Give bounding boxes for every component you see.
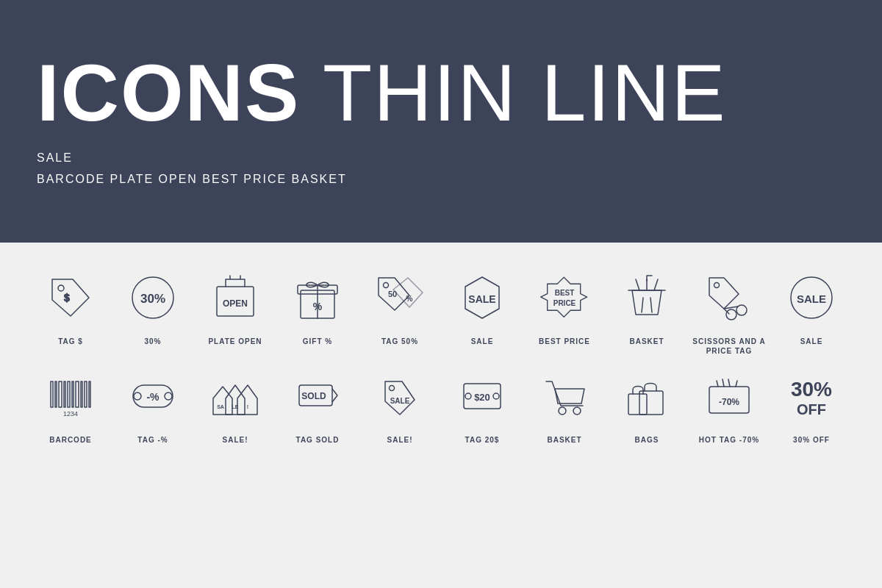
svg-text:-%: -% (146, 391, 159, 403)
svg-rect-36 (81, 381, 82, 407)
list-item: 1234 BARCODE (30, 363, 111, 445)
list-item: -70% HOT TAG -70% (689, 363, 770, 445)
list-item: BASKET (606, 265, 687, 346)
svg-text:SOLD: SOLD (301, 391, 326, 401)
svg-rect-29 (51, 381, 53, 407)
svg-line-17 (636, 279, 639, 290)
scissors-tag-icon (696, 265, 762, 331)
svg-point-49 (390, 386, 395, 391)
list-item: SA LE ! SALE! (195, 363, 276, 445)
tag-sold-icon: SOLD (284, 363, 351, 429)
svg-point-42 (165, 392, 172, 400)
plate-open-label: PLATE OPEN (208, 337, 262, 346)
tag-minus-label: TAG -% (137, 435, 168, 445)
barcode-icon: 1234 (37, 363, 104, 429)
header: ICONS THIN LINE SALE BARCODE PLATE OPEN … (0, 0, 882, 243)
svg-text:SA: SA (217, 404, 224, 409)
svg-point-52 (465, 393, 471, 399)
svg-rect-30 (55, 381, 57, 407)
svg-rect-37 (85, 381, 87, 407)
list-item: % GIFT % (277, 265, 358, 346)
bags-icon (614, 363, 680, 429)
subtitle-line2: BARCODE PLATE OPEN BEST PRICE BASKET (37, 169, 845, 190)
svg-point-22 (714, 283, 720, 288)
svg-rect-57 (639, 391, 663, 415)
list-item: $20 TAG 20$ (442, 363, 523, 445)
icon-row-1: $ TAG $ 30% 30% (29, 265, 853, 356)
tag-dollar-label: TAG $ (58, 337, 83, 346)
svg-text:%: % (313, 301, 323, 312)
icon-grid: $ TAG $ 30% 30% (29, 265, 853, 445)
plate-open-icon: OPEN (202, 265, 268, 331)
best-price-label: BEST PRICE (539, 337, 590, 346)
barcode-label: BARCODE (49, 435, 92, 445)
subtitle-line1: SALE (37, 148, 845, 169)
svg-text:1234: 1234 (63, 410, 78, 417)
svg-text:OFF: OFF (797, 401, 826, 417)
svg-text:-70%: -70% (719, 397, 739, 407)
sale-tag2-label: SALE! (387, 435, 413, 445)
svg-text:SALE: SALE (390, 397, 410, 405)
list-item: OPEN PLATE OPEN (195, 265, 276, 346)
basket-cart-label: BASKET (547, 435, 581, 445)
svg-point-10 (383, 283, 388, 288)
svg-rect-31 (59, 381, 62, 407)
tag-20-label: TAG 20$ (465, 435, 500, 445)
svg-text:%: % (406, 295, 412, 303)
tag-dollar-icon: $ (37, 265, 104, 331)
list-item: SOLD TAG SOLD (277, 363, 358, 445)
bags-label: BAGS (635, 435, 659, 445)
list-item: -% TAG -% (112, 363, 193, 445)
list-item: SALE SALE (442, 265, 523, 346)
svg-point-55 (559, 407, 566, 415)
hot-tag-label: HOT TAG -70% (699, 435, 759, 445)
sale-tag2-icon: SALE (367, 363, 433, 429)
list-item: 30% OFF 30% OFF (771, 363, 852, 445)
title-thin: THIN LINE (300, 47, 726, 137)
title-bold: ICONS (37, 47, 300, 137)
header-subtitle: SALE BARCODE PLATE OPEN BEST PRICE BASKE… (37, 148, 845, 190)
list-item: BASKET (524, 363, 605, 445)
svg-text:LE: LE (232, 404, 239, 409)
tag-20-icon: $20 (449, 363, 515, 429)
list-item: SALE SALE! (359, 363, 440, 445)
sale-circle-label: SALE (800, 337, 823, 346)
svg-rect-35 (76, 381, 79, 407)
svg-point-56 (573, 407, 581, 415)
svg-rect-34 (72, 381, 74, 407)
tag-sold-label: TAG SOLD (296, 435, 340, 445)
basket-icon (614, 265, 680, 331)
svg-text:30%: 30% (140, 292, 165, 306)
svg-point-41 (134, 392, 141, 400)
svg-line-20 (642, 298, 643, 312)
gift-percent-label: GIFT % (303, 337, 332, 346)
svg-rect-32 (64, 381, 65, 407)
svg-line-19 (654, 279, 658, 290)
thirty-off-label: 30% OFF (793, 435, 830, 445)
svg-point-24 (726, 309, 736, 320)
svg-text:50: 50 (387, 290, 396, 298)
circle-30-label: 30% (144, 337, 161, 346)
list-item: SCISSORS AND A PRICE TAG (689, 265, 770, 356)
sale-circle-icon: SALE (778, 265, 845, 331)
sale-houses-icon: SA LE ! (202, 363, 268, 429)
main-title: ICONS THIN LINE (37, 52, 845, 133)
best-price-icon: BEST PRICE (531, 265, 598, 331)
hot-tag-icon: -70% (696, 363, 762, 429)
list-item: 50 % TAG 50% (359, 265, 440, 346)
thirty-off-icon: 30% OFF (778, 363, 845, 429)
basket-label: BASKET (629, 337, 664, 346)
svg-text:PRICE: PRICE (553, 299, 576, 307)
svg-text:30%: 30% (791, 378, 832, 401)
list-item: BAGS (606, 363, 687, 445)
tag-minus-icon: -% (120, 363, 186, 429)
svg-text:OPEN: OPEN (223, 298, 248, 309)
tag-50-icon: 50 % (367, 265, 433, 331)
svg-text:$: $ (64, 292, 70, 304)
list-item: $ TAG $ (30, 265, 111, 346)
svg-rect-58 (628, 394, 647, 415)
list-item: BEST PRICE BEST PRICE (524, 265, 605, 346)
sale-hex-icon: SALE (449, 265, 515, 331)
svg-text:$20: $20 (474, 392, 490, 403)
svg-text:!: ! (247, 404, 248, 409)
